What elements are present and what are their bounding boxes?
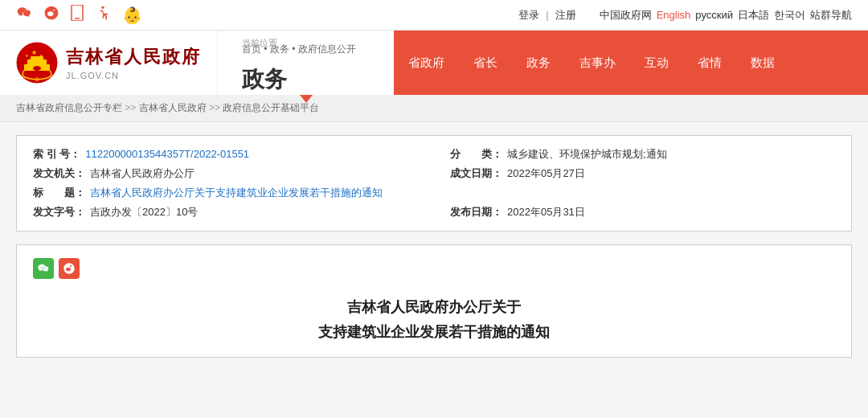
doc-info-row-right-3: 发布日期：2022年05月31日: [450, 205, 835, 219]
doc-index-value[interactable]: 11220000013544357T/2022-01551: [85, 148, 249, 160]
nav-shuju[interactable]: 数据: [736, 31, 789, 95]
korean-link[interactable]: 한국어: [774, 8, 805, 23]
nav-sheng-zhang[interactable]: 省长: [459, 31, 512, 95]
svg-rect-5: [27, 59, 47, 65]
japanese-link[interactable]: 日本語: [738, 8, 769, 23]
emblem-icon: ★ ★ ★ ⚙: [16, 42, 58, 84]
bc-info-open[interactable]: 政府信息公开: [298, 43, 356, 55]
weibo-share-icon[interactable]: [59, 258, 80, 279]
nav-zhengwu[interactable]: 政务: [512, 31, 565, 95]
doc-info-row-left-3: 发文字号：吉政办发〔2022〕10号: [33, 205, 418, 219]
bc-sep: >>: [207, 102, 223, 113]
social-icons: [33, 258, 835, 279]
guide-link[interactable]: 站群导航: [810, 8, 852, 23]
weixin-share-icon[interactable]: [33, 258, 54, 279]
doc-date-published-label: 发布日期：: [450, 205, 502, 219]
doc-issuer-label: 发文机关：: [33, 166, 85, 181]
doc-title-line2: 支持建筑业企业发展若干措施的通知: [33, 320, 835, 345]
zhengwu-label: 政务: [242, 64, 378, 95]
logo-text: 吉林省人民政府 JL.GOV.CN: [66, 45, 201, 80]
bc-info-platform[interactable]: 政府信息公开基础平台: [223, 102, 319, 113]
doc-issuer-value: 吉林省人民政府办公厅: [90, 166, 194, 181]
nav-sheng-zhengfu[interactable]: 省政府: [394, 31, 459, 95]
doc-number-label: 发文字号：: [33, 205, 85, 219]
mobile-icon[interactable]: [71, 5, 84, 25]
doc-info-row-right-1: 成文日期：2022年05月27日: [450, 166, 835, 181]
svg-text:★: ★: [31, 49, 37, 56]
doc-info-row-left-0: 索 引 号：11220000013544357T/2022-01551: [33, 147, 418, 162]
russian-link[interactable]: русский: [695, 9, 733, 21]
bc-sep: >>: [122, 102, 139, 113]
doc-title-main: 吉林省人民政府办公厅关于 支持建筑业企业发展若干措施的通知: [33, 295, 835, 344]
doc-info-row-right-0: 分 类：城乡建设、环境保护城市规划;通知: [450, 147, 835, 162]
top-bar: 👶 登录 | 注册 中国政府网 English русский 日本語 한국어 …: [0, 0, 868, 31]
nav-ji-shi-ban[interactable]: 吉事办: [565, 31, 630, 95]
english-link[interactable]: English: [657, 9, 691, 21]
doc-date-created-label: 成文日期：: [450, 166, 502, 181]
logo-section: ★ ★ ★ ⚙ 吉林省人民政府 JL.GOV.CN: [0, 31, 217, 95]
weixin-icon[interactable]: [16, 5, 32, 25]
divider-1: |: [546, 9, 548, 21]
arrow-down-icon: [300, 95, 313, 103]
doc-date-published-value: 2022年05月31日: [507, 205, 585, 219]
svg-text:⚙: ⚙: [35, 76, 39, 82]
breadcrumb-bar: 吉林省政府信息公开专栏 >> 吉林省人民政府 >> 政府信息公开基础平台: [0, 95, 868, 122]
main-nav: 省政府省长政务吉事办互动省情数据: [394, 31, 868, 95]
current-position-label: 当前位置: [242, 37, 277, 49]
doc-category-label: 分 类：: [450, 147, 502, 162]
gov-link[interactable]: 中国政府网: [600, 8, 652, 23]
nav-hudong[interactable]: 互动: [630, 31, 683, 95]
doc-info-row-left-1: 发文机关：吉林省人民政府办公厅: [33, 166, 418, 181]
svg-rect-10: [33, 66, 41, 71]
top-bar-right: 登录 | 注册 中国政府网 English русский 日本語 한국어 站群…: [518, 8, 852, 23]
weibo-icon[interactable]: [43, 5, 59, 25]
doc-content-box: 吉林省人民政府办公厅关于 支持建筑业企业发展若干措施的通知: [16, 244, 852, 358]
logo-subtitle: JL.GOV.CN: [66, 71, 201, 80]
doc-index-label: 索 引 号：: [33, 147, 80, 162]
child-icon[interactable]: 👶: [122, 6, 142, 25]
register-link[interactable]: 注册: [555, 8, 576, 23]
doc-title-field-value[interactable]: 吉林省人民政府办公厅关于支持建筑业企业发展若干措施的通知: [90, 186, 383, 200]
header: ★ ★ ★ ⚙ 吉林省人民政府 JL.GOV.CN 当前位置 首页 • 政务 •…: [0, 31, 868, 95]
logo-title: 吉林省人民政府: [66, 45, 201, 69]
doc-info-row-right-2: [450, 186, 835, 200]
divider-2: [583, 8, 593, 23]
bc-jilin-info[interactable]: 吉林省政府信息公开专栏: [16, 102, 122, 113]
bc-jilin-gov[interactable]: 吉林省人民政府: [139, 102, 207, 113]
doc-title-line1: 吉林省人民政府办公厅关于: [33, 295, 835, 320]
doc-date-created-value: 2022年05月27日: [507, 166, 585, 181]
doc-category-value: 城乡建设、环境保护城市规划;通知: [507, 147, 667, 162]
login-link[interactable]: 登录: [518, 8, 539, 23]
doc-title-field-label: 标 题：: [33, 186, 85, 200]
svg-point-2: [101, 6, 104, 9]
top-bar-icons: 👶: [16, 5, 142, 25]
bc-sep2: •: [292, 43, 298, 55]
doc-info-row-left-2: 标 题：吉林省人民政府办公厅关于支持建筑业企业发展若干措施的通知: [33, 186, 418, 200]
nav-shengqing[interactable]: 省情: [683, 31, 736, 95]
doc-info-box: 索 引 号：11220000013544357T/2022-01551分 类：城…: [16, 135, 852, 232]
accessible-icon[interactable]: [95, 5, 111, 25]
doc-info-grid: 索 引 号：11220000013544357T/2022-01551分 类：城…: [33, 147, 835, 219]
zhengwu-section: 当前位置 首页 • 政务 • 政府信息公开 政务: [217, 31, 394, 95]
doc-number-value: 吉政办发〔2022〕10号: [90, 205, 198, 219]
